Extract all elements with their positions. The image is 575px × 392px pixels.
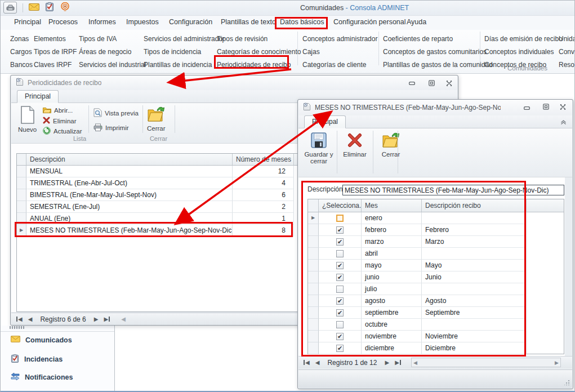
restore-button[interactable] xyxy=(426,79,436,87)
row-selector[interactable] xyxy=(17,201,26,213)
splitter-grip[interactable] xyxy=(10,326,24,329)
ribbon-link[interactable]: Tipos de IRPF xyxy=(34,46,77,59)
checkbox-unchecked[interactable] xyxy=(336,215,344,222)
cell-mes[interactable]: junio xyxy=(362,271,422,283)
cell-mes[interactable]: noviembre xyxy=(362,331,422,342)
ribbon-link[interactable]: Días de emisión de recibo xyxy=(484,33,563,46)
cell-descripcion-recibo[interactable] xyxy=(422,319,527,331)
resize-grip[interactable] xyxy=(564,380,569,385)
ribbon-link[interactable]: Tipos de IVA xyxy=(79,33,146,46)
cell-mes[interactable]: marzo xyxy=(362,236,422,248)
ribbon-link[interactable]: Claves IRPF xyxy=(34,59,77,72)
ribbon-link[interactable]: Servicios del industrial xyxy=(79,59,146,72)
table-row[interactable]: ✔diciembreDiciembre xyxy=(308,342,564,354)
descripcion-input[interactable] xyxy=(342,185,564,195)
cell-descripcion-recibo[interactable] xyxy=(422,212,527,224)
scroll-right-arrow[interactable]: ▶ xyxy=(555,360,559,366)
nav-prev-button[interactable]: ◀ xyxy=(315,359,320,366)
checkbox-checked[interactable]: ✔ xyxy=(336,262,344,269)
col-seleccionado[interactable]: ¿Selecciona... xyxy=(319,199,362,212)
ribbon-link[interactable]: Zonas xyxy=(10,33,33,46)
cell-seleccionado[interactable] xyxy=(319,212,362,224)
nav-next-button[interactable]: ▶ xyxy=(385,359,389,366)
scroll-left-button[interactable]: ◀ xyxy=(121,316,126,322)
cell-seleccionado[interactable] xyxy=(319,283,362,295)
envelope-icon[interactable] xyxy=(29,3,39,12)
cell-mes[interactable]: mayo xyxy=(362,260,422,271)
sidebar-item-incidencias[interactable]: Incidencias xyxy=(11,354,63,364)
cell-mes[interactable]: septiembre xyxy=(362,307,422,319)
table-row[interactable]: ✔septiembreSeptiembre xyxy=(308,307,564,319)
ribbon-link[interactable]: Categorías de conocimiento xyxy=(217,46,301,59)
ribbon-link[interactable]: Conceptos individuales xyxy=(484,46,563,59)
checkbox-checked[interactable]: ✔ xyxy=(336,297,344,305)
delete-button[interactable]: Eliminar xyxy=(340,132,369,158)
restore-button[interactable] xyxy=(541,103,551,110)
cell-descripcion-recibo[interactable]: Septiembre xyxy=(422,307,527,319)
cell-seleccionado[interactable]: ✔ xyxy=(319,307,362,319)
cell-mes[interactable]: diciembre xyxy=(362,342,422,354)
menu-item-8[interactable]: Ayuda xyxy=(407,18,426,26)
table-row[interactable]: ✔junioJunio xyxy=(308,271,564,283)
menu-item-6[interactable]: Datos básicos xyxy=(280,18,324,26)
cell-descripcion-recibo[interactable]: Marzo xyxy=(422,236,527,248)
menu-item-2[interactable]: Informes xyxy=(88,18,116,26)
ribbon-link[interactable]: Plantillas de gastos de la comunidad xyxy=(383,59,493,72)
sidebar-item-comunicados[interactable]: Comunicados xyxy=(11,336,72,344)
nav-last-button[interactable]: ▶ xyxy=(395,359,402,366)
ribbon-link[interactable]: Resolu xyxy=(559,59,575,72)
cell-seleccionado[interactable] xyxy=(319,248,362,260)
cell-numero-meses[interactable]: 8 xyxy=(233,225,294,237)
row-selector[interactable] xyxy=(17,177,26,189)
menu-item-7[interactable]: Configuración personal xyxy=(333,18,406,26)
table-row[interactable]: octubre xyxy=(308,319,564,331)
clipboard-check-icon[interactable] xyxy=(45,2,54,13)
cell-descripcion-recibo[interactable] xyxy=(422,248,527,260)
row-selector[interactable] xyxy=(308,283,319,295)
ribbon-link[interactable]: Periodicidades de recibo xyxy=(217,59,301,72)
checkbox-checked[interactable]: ✔ xyxy=(336,309,344,317)
menu-item-4[interactable]: Configuración xyxy=(169,18,212,26)
ribbon-link[interactable]: Cargos xyxy=(10,46,33,59)
col-descripcion-recibo[interactable]: Descripción recibo xyxy=(422,199,527,212)
row-selector[interactable] xyxy=(308,319,319,331)
tab-principal[interactable]: Principal xyxy=(304,115,346,128)
checkbox-checked[interactable]: ✔ xyxy=(336,274,344,281)
cell-descripcion[interactable]: MENSUAL xyxy=(26,166,233,177)
ribbon-link[interactable]: Plantillas de incidencia xyxy=(144,59,225,72)
menu-item-5[interactable]: Plantillas de texto xyxy=(221,18,276,26)
ribbon-link[interactable]: Convo xyxy=(559,46,575,59)
cell-mes[interactable]: abril xyxy=(362,248,422,260)
row-selector[interactable] xyxy=(17,166,26,177)
ribbon-link[interactable]: Conceptos de recibo xyxy=(484,59,563,72)
checkbox-checked[interactable]: ✔ xyxy=(336,345,344,352)
menu-item-0[interactable]: Principal xyxy=(14,18,41,26)
cell-descripcion-recibo[interactable]: Mayo xyxy=(422,260,527,271)
cell-mes[interactable]: julio xyxy=(362,283,422,295)
checkbox-unchecked[interactable] xyxy=(336,321,344,328)
row-selector[interactable] xyxy=(17,213,26,225)
row-selector[interactable]: ▶ xyxy=(17,225,26,237)
detail-window-titlebar[interactable]: MESES NO TRIMESTRALES (Feb-Mar-May-Jun-A… xyxy=(298,100,572,115)
tab-principal[interactable]: Principal xyxy=(17,90,59,103)
nav-first-button[interactable]: ◀ xyxy=(16,316,23,322)
ribbon-link[interactable]: Bancos xyxy=(10,59,33,72)
minimize-button[interactable] xyxy=(407,79,417,87)
ribbon-link[interactable]: Conceptos de gastos comunitarios xyxy=(383,46,493,59)
cell-seleccionado[interactable]: ✔ xyxy=(319,224,362,236)
row-selector[interactable] xyxy=(308,342,319,354)
cell-descripcion[interactable]: ANUAL (Ene) xyxy=(26,213,233,225)
cell-mes[interactable]: agosto xyxy=(362,295,422,307)
ribbon-link[interactable]: Tipos de revisión xyxy=(217,33,301,46)
new-button[interactable]: Nuevo xyxy=(18,106,37,133)
table-row[interactable]: ✔noviembreNoviembre xyxy=(308,331,564,342)
open-button[interactable]: Abrir... xyxy=(43,106,73,114)
cell-descripcion[interactable]: SEMESTRAL (Ene-Jul) xyxy=(26,201,233,213)
col-descripcion[interactable]: Descripción xyxy=(26,154,233,165)
cell-seleccionado[interactable]: ✔ xyxy=(319,331,362,342)
cell-mes[interactable]: febrero xyxy=(362,224,422,236)
row-selector[interactable] xyxy=(308,307,319,319)
menu-item-1[interactable]: Procesos xyxy=(48,18,78,26)
cell-seleccionado[interactable]: ✔ xyxy=(319,342,362,354)
checkbox-checked[interactable]: ✔ xyxy=(336,226,344,234)
